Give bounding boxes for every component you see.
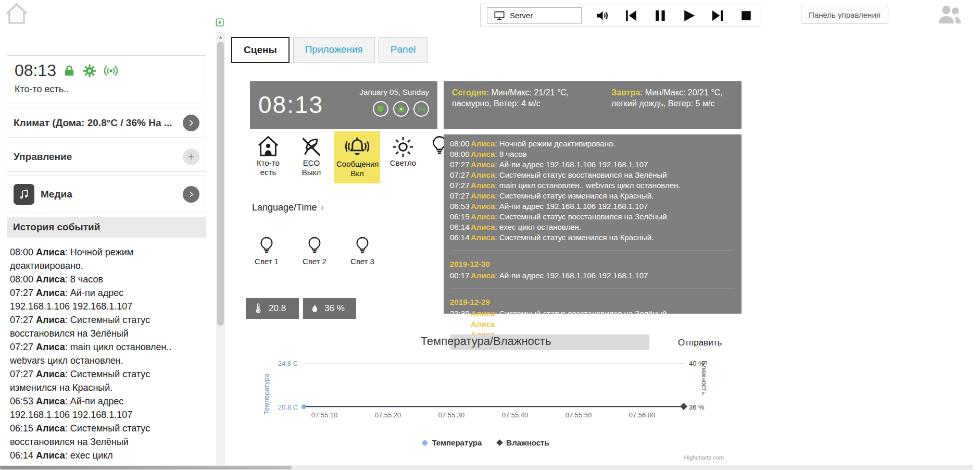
- send-button[interactable]: Отправить: [678, 338, 722, 348]
- presence-mode-button[interactable]: Кто-то есть: [249, 134, 287, 177]
- next-track-button[interactable]: [709, 7, 725, 24]
- light-3-button[interactable]: Свет 3: [347, 236, 378, 266]
- stop-icon: [739, 8, 753, 23]
- event-author: Алиса: [36, 450, 65, 461]
- vertical-scrollbar[interactable]: ▲: [216, 32, 225, 466]
- sidebar: 08:13 Кто-то есть.. Климат (Дома: 20.8°C…: [7, 55, 206, 462]
- tab-panel[interactable]: Panel: [379, 37, 428, 63]
- pause-button[interactable]: [652, 7, 668, 24]
- log-entry: 22:39Алиса: Системный статус восстановил…: [450, 308, 735, 319]
- media-label: Медиа: [41, 189, 183, 200]
- presence-status: Кто-то есть..: [15, 84, 198, 95]
- log-author: Алиса: [471, 202, 495, 211]
- legend-temperature[interactable]: Температура: [422, 438, 482, 447]
- volume-icon: [595, 8, 610, 23]
- home-button[interactable]: [4, 1, 30, 27]
- settings-toggle[interactable]: [393, 101, 409, 117]
- thermometer-icon: [253, 303, 264, 314]
- sidebar-item-control[interactable]: Управление: [7, 142, 206, 172]
- eco-mode-button[interactable]: ECO Выкл: [295, 135, 328, 177]
- sidebar-item-media[interactable]: Медиа: [7, 176, 206, 213]
- log-text: Системный статус восстановился на Зелёны…: [499, 212, 667, 221]
- log-time: 07:27: [450, 191, 471, 201]
- temperature-badge[interactable]: 20.8: [246, 298, 299, 319]
- event-time: 06:15: [10, 423, 33, 434]
- event-entry: 08:00 Алиса: 8 часов: [10, 273, 174, 286]
- signal-icon[interactable]: [103, 63, 119, 79]
- legend-humidity[interactable]: Влажность: [497, 438, 549, 447]
- daylight-mode-button[interactable]: Светло: [386, 135, 420, 168]
- horizontal-scrollbar-thumb[interactable]: [0, 466, 292, 469]
- log-entry: 07:27Алиса: Системный статус изменился н…: [450, 191, 735, 201]
- users-icon: [934, 0, 965, 28]
- volume-button[interactable]: [594, 7, 610, 24]
- temperature-point-marker[interactable]: [301, 404, 306, 409]
- skip-next-icon: [710, 8, 725, 23]
- log-author: Алиса: [471, 309, 495, 318]
- previous-track-button[interactable]: [623, 7, 639, 24]
- series-line: [304, 406, 685, 407]
- control-label: Управление: [14, 151, 183, 163]
- presence-toggle[interactable]: [373, 101, 388, 117]
- highcharts-credit[interactable]: Highcharts.com: [684, 454, 724, 461]
- log-entry: 07:27Алиса: main цикл остановлен.. webva…: [450, 180, 735, 191]
- log-author: Алиса: [471, 271, 495, 280]
- legend-diamond-icon: [496, 439, 503, 446]
- horizontal-scrollbar[interactable]: [0, 465, 973, 470]
- sidebar-event-list: 08:00 Алиса: Ночной режим деактивировано…: [7, 238, 206, 462]
- stop-button[interactable]: [738, 7, 755, 24]
- status-panel: 08:13 Кто-то есть..: [7, 55, 206, 104]
- users-menu-button[interactable]: [934, 0, 966, 29]
- language-time-label: Language/Time: [252, 202, 317, 213]
- x-tick-label: 07:55:40: [483, 411, 547, 419]
- log-text: exec цикл остановлен.: [499, 222, 581, 231]
- media-control-bar: Server: [480, 4, 761, 27]
- shield-icon: [376, 105, 385, 113]
- pause-icon: [652, 8, 668, 23]
- log-time: 07:27: [450, 159, 471, 170]
- humidity-badge[interactable]: 36 %: [303, 298, 356, 319]
- wifi-toggle[interactable]: [413, 101, 429, 117]
- event-entry: 07:27 Алиса: Системный статус изменился …: [10, 367, 174, 394]
- log-text: Системный статус изменился на Красный.: [499, 233, 654, 242]
- sidebar-item-climate[interactable]: Климат (Дома: 20.8°C / 36% На ...: [7, 108, 206, 138]
- log-author: Алиса: [471, 319, 495, 328]
- tab-apps[interactable]: Приложения: [293, 37, 375, 63]
- skip-previous-icon: [623, 8, 639, 23]
- light-2-button[interactable]: Свет 2: [299, 236, 330, 266]
- log-entry: 00:17Алиса: Ай-пи адрес 192.168.1.106 19…: [450, 270, 735, 281]
- sun-icon: [392, 135, 414, 158]
- control-add-button[interactable]: [183, 149, 199, 165]
- light-3-label: Свет 3: [347, 257, 378, 266]
- legend-humidity-label: Влажность: [506, 438, 549, 447]
- language-time-link[interactable]: Language/Time›: [252, 201, 324, 213]
- gear-icon[interactable]: [82, 64, 97, 78]
- tab-scenes[interactable]: Сцены: [231, 37, 290, 63]
- eco-off-icon: [300, 135, 323, 158]
- log-text: main цикл остановлен.. webvars цикл оста…: [499, 181, 681, 190]
- signal-icon: [417, 105, 426, 114]
- server-select[interactable]: Server: [487, 7, 582, 24]
- chevron-right-icon: ›: [320, 201, 324, 213]
- event-author: Алиса: [36, 396, 65, 406]
- log-entry: 08:00Алиса: 8 часов: [450, 149, 735, 159]
- media-expand-button[interactable]: [183, 186, 199, 203]
- scrollbar-thumb[interactable]: [217, 42, 224, 326]
- play-icon: [681, 8, 697, 23]
- event-author: Алиса: [36, 315, 65, 325]
- scroll-up-arrow[interactable]: ▲: [216, 32, 225, 41]
- gear-icon: [397, 105, 406, 114]
- log-time: 08:00: [450, 149, 471, 159]
- event-entry: 08:00 Алиса: Ночной режим деактивировано…: [10, 245, 174, 273]
- log-author: Алиса: [471, 181, 495, 190]
- daylight-mode-label: Светло: [386, 158, 420, 168]
- sidebar-collapse-button[interactable]: [215, 17, 224, 27]
- chevron-right-icon: [187, 190, 195, 199]
- play-button[interactable]: [681, 7, 697, 24]
- light-1-button[interactable]: Свет 1: [251, 236, 282, 266]
- messages-mode-button[interactable]: Сообщения Вкл: [334, 131, 380, 183]
- control-panel-button[interactable]: Панель управления: [801, 6, 888, 24]
- humidity-point-marker[interactable]: [680, 403, 687, 410]
- lock-icon[interactable]: [62, 64, 76, 78]
- climate-expand-button[interactable]: [183, 115, 199, 131]
